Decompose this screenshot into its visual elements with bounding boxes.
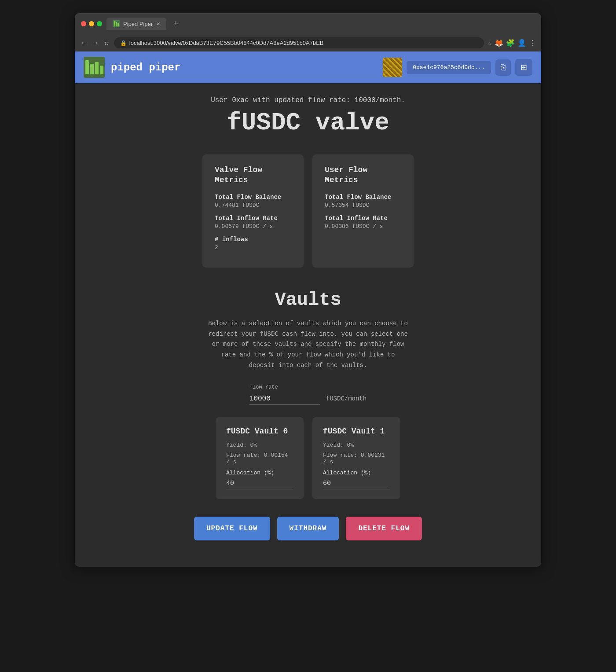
close-dot[interactable]	[81, 21, 86, 26]
new-tab-button[interactable]: +	[171, 19, 181, 28]
app-header: piped piper 0xae1c976a25c6d0dc... ⎘ ⊞	[75, 51, 541, 83]
browser-tab[interactable]: Piped Piper ✕	[106, 18, 166, 30]
vault-0-yield: Yield: 0%	[226, 442, 293, 448]
valve-flow-balance-value: 0.74481 fUSDC	[215, 202, 291, 209]
wallet-avatar	[383, 58, 402, 77]
browser-toolbar: ← → ↻ 🔒 localhost:3000/valve/0xDdaB73E79…	[75, 34, 541, 51]
menu-icon[interactable]: ⋮	[529, 39, 536, 48]
app-title: piped piper	[111, 62, 180, 73]
window-controls	[81, 21, 102, 26]
app-content: User 0xae with updated flow rate: 10000/…	[75, 83, 541, 567]
delete-flow-button[interactable]: DELETE FLOW	[346, 517, 422, 540]
bookmark-icon[interactable]: ☆	[488, 39, 492, 48]
app-logo-icon	[84, 57, 105, 78]
vault-1-title: fUSDC Vault 1	[323, 427, 390, 436]
pipe-bar-2	[90, 64, 94, 74]
app-logo-area: piped piper	[84, 57, 180, 78]
tab-close-button[interactable]: ✕	[156, 21, 160, 27]
toolbar-icons: ☆ 🦊 🧩 👤 ⋮	[488, 39, 536, 48]
vaults-section: Vaults Below is a selection of vaults wh…	[92, 290, 524, 540]
vaults-description: Below is a selection of vaults which you…	[207, 319, 409, 371]
url-text: localhost:3000/valve/0xDdaB73E79C55Bb048…	[129, 40, 324, 46]
user-flow-balance-value: 0.57354 fUSDC	[325, 202, 401, 209]
vault-1-flow-rate: Flow rate: 0.00231 / s	[323, 452, 390, 465]
app-root: piped piper 0xae1c976a25c6d0dc... ⎘ ⊞ Us…	[75, 51, 541, 567]
vault-1-yield: Yield: 0%	[323, 442, 390, 448]
vaults-title: Vaults	[275, 290, 341, 311]
svg-rect-1	[116, 22, 117, 26]
flow-rate-container: Flow rate fUSDC/month	[249, 384, 367, 405]
back-button[interactable]: ←	[80, 38, 88, 48]
maximize-dot[interactable]	[97, 21, 102, 26]
pipe-bar-4	[100, 66, 103, 74]
flow-rate-field: Flow rate	[249, 384, 320, 405]
wallet-avatar-image	[383, 58, 402, 77]
user-inflow-rate-label: Total Inflow Rate	[325, 215, 401, 222]
browser-window: Piped Piper ✕ + ← → ↻ 🔒 localhost:3000/v…	[75, 13, 541, 567]
wallet-address-display: 0xae1c976a25c6d0dc...	[407, 61, 491, 74]
flow-rate-input[interactable]	[249, 393, 320, 405]
refresh-button[interactable]: ↻	[103, 38, 110, 48]
forward-button[interactable]: →	[92, 38, 99, 48]
lock-icon: 🔒	[120, 40, 127, 46]
page-main-title: fUSDC valve	[92, 109, 524, 137]
vault-0-title: fUSDC Vault 0	[226, 427, 293, 436]
minimize-dot[interactable]	[89, 21, 94, 26]
update-flow-button[interactable]: UPDATE FLOW	[194, 517, 270, 540]
page-subtitle: User 0xae with updated flow rate: 10000/…	[92, 96, 524, 104]
metrics-row: Valve Flow Metrics Total Flow Balance 0.…	[92, 154, 524, 268]
pipe-bar-3	[95, 62, 99, 74]
user-metrics-card: User Flow Metrics Total Flow Balance 0.5…	[312, 154, 414, 268]
vault-0-allocation-input[interactable]	[226, 478, 293, 489]
user-flow-balance-label: Total Flow Balance	[325, 194, 401, 201]
flow-rate-label: Flow rate	[249, 384, 320, 390]
tab-favicon	[113, 20, 120, 27]
svg-rect-0	[114, 21, 115, 26]
withdraw-button[interactable]: WITHDRAW	[277, 517, 339, 540]
pipe-bar-1	[85, 60, 89, 74]
action-buttons: UPDATE FLOW WITHDRAW DELETE FLOW	[194, 517, 422, 540]
valve-num-inflows-value: 2	[215, 244, 291, 251]
extension-icon-2[interactable]: 🧩	[506, 39, 515, 48]
valve-metrics-title: Valve Flow Metrics	[215, 165, 291, 186]
valve-inflow-rate-value: 0.00579 fUSDC / s	[215, 223, 291, 230]
valve-inflow-rate-label: Total Inflow Rate	[215, 215, 291, 222]
extension-icon-1[interactable]: 🦊	[495, 39, 503, 48]
vaults-grid: fUSDC Vault 0 Yield: 0% Flow rate: 0.001…	[216, 417, 400, 499]
user-inflow-rate-value: 0.00386 fUSDC / s	[325, 223, 401, 230]
browser-titlebar: Piped Piper ✕ +	[75, 13, 541, 34]
profile-icon[interactable]: 👤	[517, 39, 526, 48]
vault-1-allocation-label: Allocation (%)	[323, 470, 390, 476]
valve-flow-balance-label: Total Flow Balance	[215, 194, 291, 201]
copy-address-button[interactable]: ⎘	[495, 59, 511, 76]
vault-0-allocation-label: Allocation (%)	[226, 470, 293, 476]
user-metrics-title: User Flow Metrics	[325, 165, 401, 186]
vault-0-card: fUSDC Vault 0 Yield: 0% Flow rate: 0.001…	[216, 417, 304, 499]
vault-0-flow-rate: Flow rate: 0.00154 / s	[226, 452, 293, 465]
valve-metrics-card: Valve Flow Metrics Total Flow Balance 0.…	[202, 154, 304, 268]
svg-rect-2	[117, 23, 119, 26]
address-bar[interactable]: 🔒 localhost:3000/valve/0xDdaB73E79C55Bb0…	[114, 37, 484, 48]
vault-1-allocation-input[interactable]	[323, 478, 390, 489]
valve-num-inflows-label: # inflows	[215, 236, 291, 243]
tab-title: Piped Piper	[123, 21, 153, 27]
qr-code-button[interactable]: ⊞	[515, 59, 532, 76]
app-header-right: 0xae1c976a25c6d0dc... ⎘ ⊞	[383, 58, 532, 77]
vault-1-card: fUSDC Vault 1 Yield: 0% Flow rate: 0.002…	[312, 417, 400, 499]
flow-rate-unit: fUSDC/month	[326, 395, 367, 405]
